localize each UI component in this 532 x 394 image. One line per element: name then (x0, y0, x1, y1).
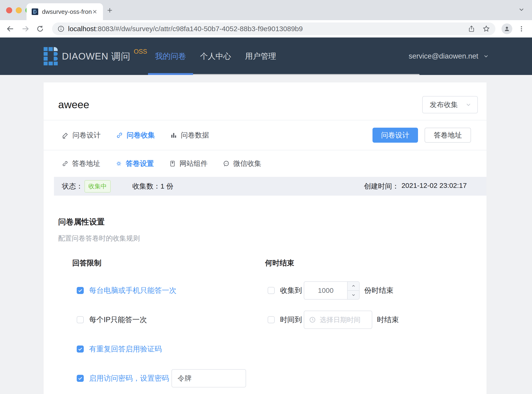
created-time-label: 创建时间： (364, 181, 399, 191)
check-icon (78, 376, 83, 381)
tab-search-chevron-icon[interactable] (518, 6, 525, 13)
clock-icon (309, 316, 316, 323)
url-host: localhost (68, 25, 96, 33)
tab-survey-design[interactable]: 问卷设计 (61, 130, 101, 140)
tab-survey-collect[interactable]: 问卷收集 (116, 130, 155, 140)
checkbox-unchecked[interactable] (268, 316, 275, 323)
chevron-down-icon (465, 101, 472, 108)
bookmark-star-icon[interactable] (482, 25, 490, 33)
attribute-settings-section: 问卷属性设置 配置问卷答卷时的收集规则 (44, 217, 486, 243)
browser-menu-icon[interactable] (518, 25, 525, 32)
browser-tab[interactable]: dwsurvey-oss-front-vue (27, 3, 103, 20)
site-info-icon[interactable] (57, 25, 65, 33)
tab-survey-data[interactable]: 问卷数据 (170, 130, 209, 140)
count-suffix-label: 份时结束 (364, 285, 393, 296)
bar-chart-icon (170, 131, 178, 139)
survey-design-button[interactable]: 问卷设计 (372, 128, 418, 143)
option-end-at-count: 收集到 份时结束 (265, 281, 486, 300)
favicon (32, 8, 38, 15)
chevron-up-icon (351, 284, 356, 288)
tab-site-widget[interactable]: 网站组件 (169, 159, 207, 168)
secondary-tabs-row: 答卷地址 答卷设置 网站组件 微信收集 (44, 150, 486, 177)
check-icon (78, 288, 83, 293)
app-navbar: DIAOWEN 调问 OSS 我的问卷 个人中心 用户管理 service@di… (0, 37, 532, 75)
time-suffix-label: 时结束 (377, 315, 399, 325)
new-tab-button[interactable] (106, 7, 113, 14)
option-one-answer-per-ip: 每个IP只能答一次 (72, 310, 265, 329)
option-captcha-on-repeat: 有重复回答启用验证码 (72, 340, 265, 358)
status-label: 状态： (62, 181, 83, 191)
user-account-dropdown[interactable]: service@diaowen.net (409, 52, 489, 60)
survey-title: aweee (58, 98, 89, 111)
status-badge: 收集中 (85, 180, 111, 192)
share-icon[interactable] (468, 25, 475, 33)
end-when-column: 何时结束 收集到 (265, 258, 486, 388)
tab-wechat-collect[interactable]: 微信收集 (223, 159, 261, 168)
main-menu: 我的问卷 个人中心 用户管理 (148, 37, 419, 75)
page-background: aweee 发布收集 问卷设计 问卷收集 问卷数据 (0, 83, 532, 394)
datetime-picker[interactable] (304, 311, 372, 329)
nav-item-personal-center[interactable]: 个人中心 (193, 37, 238, 75)
tag-icon (169, 160, 176, 167)
checkbox-checked[interactable] (77, 375, 84, 382)
answer-url-button[interactable]: 答卷地址 (425, 128, 471, 143)
section-heading: 问卷属性设置 (58, 217, 472, 227)
tab-close-icon[interactable] (92, 9, 98, 15)
url-path: :8083/#/dw/survey/c/attr/c98fa140-50b7-4… (96, 25, 303, 33)
option-access-password: 启用访问密码，设置密码 (72, 369, 265, 388)
nav-item-my-surveys[interactable]: 我的问卷 (148, 37, 193, 75)
status-bar: 状态： 收集中 收集数： 1 份 创建时间： 2021-12-02 23:02:… (54, 177, 486, 196)
password-input[interactable] (171, 369, 246, 387)
pencil-icon (61, 131, 69, 139)
chevron-down-icon (483, 53, 489, 59)
link-icon (116, 131, 123, 139)
diaowen-logo-icon[interactable] (44, 47, 58, 65)
option-one-answer-per-device: 每台电脑或手机只能答一次 (72, 281, 265, 300)
chevron-down-icon (351, 293, 356, 297)
collect-count-input[interactable] (304, 282, 347, 299)
tab-answer-url[interactable]: 答卷地址 (61, 159, 100, 168)
primary-tabs-row: 问卷设计 问卷收集 问卷数据 问卷设计 答卷地址 (44, 120, 486, 150)
section-subheading: 配置问卷答卷时的收集规则 (58, 234, 472, 243)
answer-limit-heading: 回答限制 (72, 258, 265, 268)
link-icon (61, 160, 69, 167)
chat-bubble-icon (223, 160, 230, 167)
option-end-at-time: 时间到 时结束 (265, 310, 486, 329)
datetime-input[interactable] (320, 316, 369, 324)
checkbox-unchecked[interactable] (268, 287, 275, 294)
created-time-value: 2021-12-02 23:02:17 (401, 181, 467, 191)
checkbox-unchecked[interactable] (77, 316, 84, 323)
gear-icon (115, 160, 122, 167)
back-icon[interactable] (6, 25, 15, 33)
tab-answer-settings[interactable]: 答卷设置 (115, 159, 154, 168)
check-icon (78, 347, 83, 352)
forward-icon[interactable] (21, 25, 30, 33)
survey-card: aweee 发布收集 问卷设计 问卷收集 问卷数据 (44, 83, 486, 394)
collect-count-label: 收集数： (132, 181, 160, 191)
brand-oss-badge: OSS (134, 48, 147, 55)
checkbox-checked[interactable] (77, 287, 84, 294)
stepper-increase-button[interactable] (348, 282, 359, 291)
checkbox-checked[interactable] (77, 346, 84, 353)
browser-toolbar: localhost:8083/#/dw/survey/c/attr/c98fa1… (0, 20, 532, 37)
tab-title: dwsurvey-oss-front-vue (42, 8, 92, 16)
browser-tabstrip: dwsurvey-oss-front-vue (0, 0, 532, 20)
stepper-decrease-button[interactable] (348, 291, 359, 299)
answer-limit-column: 回答限制 每台电脑或手机只能答一次 每个IP只能答一次 (72, 258, 265, 388)
browser-profile-avatar[interactable] (501, 23, 512, 34)
collect-count-stepper (304, 281, 360, 300)
publish-collect-select[interactable]: 发布收集 (422, 96, 478, 113)
nav-item-user-management[interactable]: 用户管理 (238, 37, 283, 75)
user-email: service@diaowen.net (409, 52, 478, 60)
collect-count-value: 1 份 (160, 181, 173, 191)
minimize-window-button[interactable] (16, 7, 22, 13)
brand-name[interactable]: DIAOWEN 调问 (62, 50, 130, 63)
reload-icon[interactable] (36, 25, 44, 33)
end-when-heading: 何时结束 (265, 258, 486, 268)
url-bar[interactable]: localhost:8083/#/dw/survey/c/attr/c98fa1… (52, 22, 495, 35)
close-window-button[interactable] (6, 7, 12, 13)
url-text[interactable]: localhost:8083/#/dw/survey/c/attr/c98fa1… (68, 25, 463, 33)
